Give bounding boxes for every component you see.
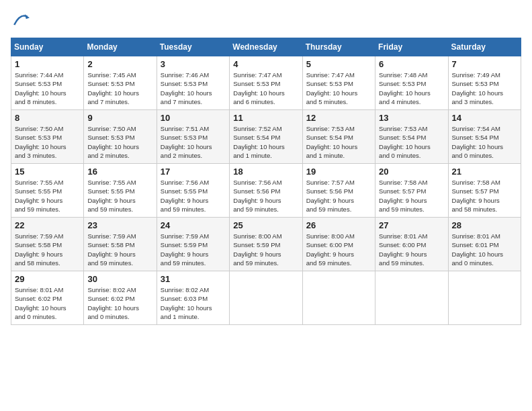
calendar-cell: 15Sunrise: 7:55 AM Sunset: 5:55 PM Dayli… [11,164,84,218]
calendar-cell: 12Sunrise: 7:53 AM Sunset: 5:54 PM Dayli… [302,110,375,164]
day-header-saturday: Saturday [448,38,521,56]
calendar-cell: 14Sunrise: 7:54 AM Sunset: 5:54 PM Dayli… [448,110,521,164]
day-number: 17 [161,167,226,177]
page-header [11,11,521,30]
logo-icon [11,11,30,30]
day-number: 24 [161,220,226,230]
day-info: Sunrise: 7:55 AM Sunset: 5:55 PM Dayligh… [15,178,80,214]
day-header-wednesday: Wednesday [230,38,302,56]
day-number: 11 [233,113,298,123]
day-header-sunday: Sunday [11,38,84,56]
day-info: Sunrise: 7:56 AM Sunset: 5:56 PM Dayligh… [233,178,298,214]
calendar-cell: 17Sunrise: 7:56 AM Sunset: 5:55 PM Dayli… [157,164,229,218]
day-info: Sunrise: 8:01 AM Sunset: 6:02 PM Dayligh… [15,285,80,321]
calendar-table: SundayMondayTuesdayWednesdayThursdayFrid… [11,38,521,325]
day-number: 9 [87,113,152,123]
day-number: 6 [379,59,444,69]
svg-rect-0 [11,11,30,30]
calendar-week-3: 22Sunrise: 7:59 AM Sunset: 5:58 PM Dayli… [11,218,521,271]
calendar-cell: 18Sunrise: 7:56 AM Sunset: 5:56 PM Dayli… [230,164,302,218]
day-number: 2 [87,59,152,69]
day-number: 31 [161,274,226,284]
day-info: Sunrise: 7:56 AM Sunset: 5:55 PM Dayligh… [161,178,226,214]
calendar-cell: 2Sunrise: 7:45 AM Sunset: 5:53 PM Daylig… [84,56,157,110]
day-info: Sunrise: 7:53 AM Sunset: 5:54 PM Dayligh… [306,124,371,160]
day-number: 30 [87,274,152,284]
calendar-cell: 31Sunrise: 8:02 AM Sunset: 6:03 PM Dayli… [157,271,229,325]
calendar-cell: 26Sunrise: 8:00 AM Sunset: 6:00 PM Dayli… [302,218,375,271]
calendar-cell: 20Sunrise: 7:58 AM Sunset: 5:57 PM Dayli… [375,164,448,218]
calendar-cell: 24Sunrise: 7:59 AM Sunset: 5:59 PM Dayli… [157,218,229,271]
day-info: Sunrise: 7:58 AM Sunset: 5:57 PM Dayligh… [452,178,517,214]
calendar-cell: 10Sunrise: 7:51 AM Sunset: 5:53 PM Dayli… [157,110,229,164]
day-info: Sunrise: 7:57 AM Sunset: 5:56 PM Dayligh… [306,178,371,214]
day-info: Sunrise: 7:59 AM Sunset: 5:59 PM Dayligh… [161,232,226,267]
day-info: Sunrise: 7:45 AM Sunset: 5:53 PM Dayligh… [87,71,152,106]
day-number: 25 [233,220,298,230]
calendar-week-2: 15Sunrise: 7:55 AM Sunset: 5:55 PM Dayli… [11,164,521,218]
day-number: 22 [15,220,80,230]
day-header-friday: Friday [375,38,448,56]
day-info: Sunrise: 8:01 AM Sunset: 6:01 PM Dayligh… [452,232,517,267]
day-info: Sunrise: 8:02 AM Sunset: 6:03 PM Dayligh… [161,285,226,321]
day-info: Sunrise: 7:50 AM Sunset: 5:53 PM Dayligh… [15,124,80,160]
day-number: 5 [306,59,371,69]
calendar-cell: 6Sunrise: 7:48 AM Sunset: 5:53 PM Daylig… [375,56,448,110]
day-info: Sunrise: 8:01 AM Sunset: 6:00 PM Dayligh… [379,232,444,267]
day-number: 20 [379,167,444,177]
day-number: 3 [161,59,226,69]
day-number: 26 [306,220,371,230]
day-number: 15 [15,167,80,177]
day-info: Sunrise: 7:47 AM Sunset: 5:53 PM Dayligh… [306,71,371,106]
day-number: 14 [452,113,517,123]
day-info: Sunrise: 7:59 AM Sunset: 5:58 PM Dayligh… [15,232,80,267]
day-info: Sunrise: 7:44 AM Sunset: 5:53 PM Dayligh… [15,71,80,106]
calendar-cell: 19Sunrise: 7:57 AM Sunset: 5:56 PM Dayli… [302,164,375,218]
day-info: Sunrise: 7:48 AM Sunset: 5:53 PM Dayligh… [379,71,444,106]
day-number: 28 [452,220,517,230]
calendar-cell: 22Sunrise: 7:59 AM Sunset: 5:58 PM Dayli… [11,218,84,271]
calendar-cell: 4Sunrise: 7:47 AM Sunset: 5:53 PM Daylig… [230,56,302,110]
day-number: 21 [452,167,517,177]
calendar-cell: 25Sunrise: 8:00 AM Sunset: 5:59 PM Dayli… [230,218,302,271]
calendar-cell: 8Sunrise: 7:50 AM Sunset: 5:53 PM Daylig… [11,110,84,164]
day-info: Sunrise: 8:02 AM Sunset: 6:02 PM Dayligh… [87,285,152,321]
calendar-cell [302,271,375,325]
calendar-week-4: 29Sunrise: 8:01 AM Sunset: 6:02 PM Dayli… [11,271,521,325]
day-info: Sunrise: 7:46 AM Sunset: 5:53 PM Dayligh… [161,71,226,106]
calendar-cell: 16Sunrise: 7:55 AM Sunset: 5:55 PM Dayli… [84,164,157,218]
day-info: Sunrise: 7:58 AM Sunset: 5:57 PM Dayligh… [379,178,444,214]
day-info: Sunrise: 7:53 AM Sunset: 5:54 PM Dayligh… [379,124,444,160]
day-header-monday: Monday [84,38,157,56]
calendar-cell: 21Sunrise: 7:58 AM Sunset: 5:57 PM Dayli… [448,164,521,218]
day-info: Sunrise: 8:00 AM Sunset: 6:00 PM Dayligh… [306,232,371,267]
calendar-cell [448,271,521,325]
calendar-cell: 23Sunrise: 7:59 AM Sunset: 5:58 PM Dayli… [84,218,157,271]
day-info: Sunrise: 7:47 AM Sunset: 5:53 PM Dayligh… [233,71,298,106]
calendar-cell: 7Sunrise: 7:49 AM Sunset: 5:53 PM Daylig… [448,56,521,110]
day-info: Sunrise: 7:55 AM Sunset: 5:55 PM Dayligh… [87,178,152,214]
day-info: Sunrise: 7:51 AM Sunset: 5:53 PM Dayligh… [161,124,226,160]
day-number: 7 [452,59,517,69]
calendar-cell [230,271,302,325]
calendar-cell: 3Sunrise: 7:46 AM Sunset: 5:53 PM Daylig… [157,56,229,110]
calendar-week-1: 8Sunrise: 7:50 AM Sunset: 5:53 PM Daylig… [11,110,521,164]
calendar-cell: 28Sunrise: 8:01 AM Sunset: 6:01 PM Dayli… [448,218,521,271]
calendar-cell: 1Sunrise: 7:44 AM Sunset: 5:53 PM Daylig… [11,56,84,110]
day-number: 29 [15,274,80,284]
day-number: 27 [379,220,444,230]
calendar-cell: 9Sunrise: 7:50 AM Sunset: 5:53 PM Daylig… [84,110,157,164]
day-info: Sunrise: 7:54 AM Sunset: 5:54 PM Dayligh… [452,124,517,160]
logo [11,11,32,30]
day-number: 16 [87,167,152,177]
day-number: 4 [233,59,298,69]
day-number: 18 [233,167,298,177]
calendar-cell: 29Sunrise: 8:01 AM Sunset: 6:02 PM Dayli… [11,271,84,325]
calendar-cell: 13Sunrise: 7:53 AM Sunset: 5:54 PM Dayli… [375,110,448,164]
calendar-cell [375,271,448,325]
svg-marker-1 [25,14,30,19]
day-number: 10 [161,113,226,123]
calendar-cell: 27Sunrise: 8:01 AM Sunset: 6:00 PM Dayli… [375,218,448,271]
day-number: 12 [306,113,371,123]
day-info: Sunrise: 7:59 AM Sunset: 5:58 PM Dayligh… [87,232,152,267]
